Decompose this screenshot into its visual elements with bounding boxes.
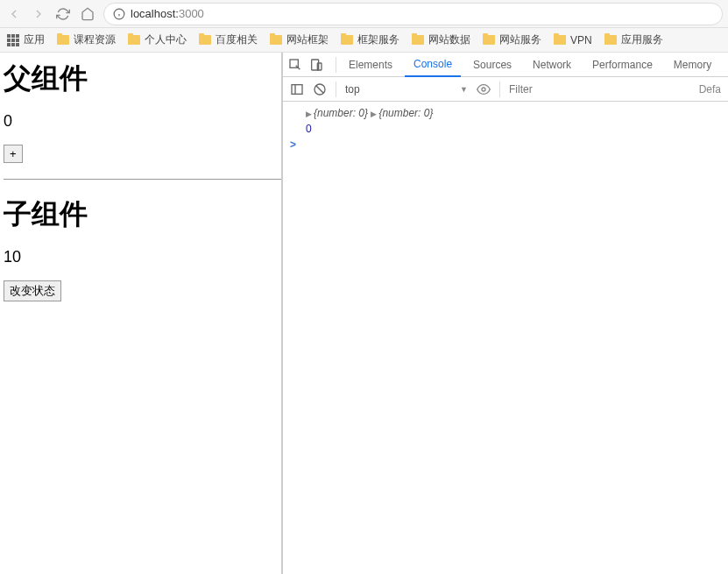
bookmark-item[interactable]: VPN [554, 34, 592, 46]
tab-sources[interactable]: Sources [464, 53, 520, 76]
child-count: 10 [4, 248, 281, 266]
svg-rect-6 [292, 84, 302, 94]
parent-count: 0 [4, 112, 281, 131]
folder-icon [483, 35, 495, 45]
bookmark-label: 网站框架 [286, 32, 329, 47]
browser-toolbar: localhost:3000 [0, 0, 728, 28]
folder-icon [554, 35, 566, 45]
tab-memory[interactable]: Memory [665, 53, 720, 76]
tab-network[interactable]: Network [524, 53, 580, 76]
bookmark-label: 课程资源 [74, 32, 116, 47]
devtools-panel: Elements Console Sources Network Perform… [283, 53, 728, 574]
home-button[interactable] [79, 5, 96, 23]
console-prompt[interactable]: > [290, 137, 721, 152]
levels-label[interactable]: Defa [699, 83, 721, 96]
bookmark-label: 应用服务 [621, 32, 663, 47]
bookmark-label: 个人中心 [145, 32, 187, 47]
live-expression-icon[interactable] [477, 82, 491, 96]
apps-label: 应用 [24, 32, 45, 47]
devtools-tabs: Elements Console Sources Network Perform… [283, 53, 728, 77]
nav-forward-button [30, 5, 47, 23]
folder-icon [128, 35, 140, 45]
bookmark-label: VPN [570, 34, 592, 46]
reload-button[interactable] [54, 5, 72, 23]
tab-performance[interactable]: Performance [583, 53, 661, 76]
bookmark-label: 网站服务 [499, 32, 541, 47]
bookmark-label: 框架服务 [357, 32, 399, 47]
filter-input[interactable] [509, 83, 690, 96]
apps-button[interactable]: 应用 [7, 32, 45, 47]
svg-line-9 [316, 86, 323, 93]
bookmark-item[interactable]: 应用服务 [604, 32, 663, 47]
device-toggle-icon[interactable] [309, 58, 323, 72]
change-state-button[interactable]: 改变状态 [4, 280, 61, 301]
bookmarks-bar: 应用 课程资源个人中心百度相关网站框架框架服务网站数据网站服务VPN应用服务 [0, 28, 728, 53]
parent-heading: 父组件 [4, 60, 281, 98]
bookmark-item[interactable]: 网站服务 [483, 32, 541, 47]
url-text: localhost:3000 [131, 7, 204, 20]
console-output: ▶{number: 0} ▶{number: 0} 0 > [283, 102, 728, 574]
clear-console-button[interactable] [313, 82, 327, 96]
folder-icon [604, 35, 617, 45]
bookmark-item[interactable]: 网站框架 [270, 32, 329, 47]
console-line[interactable]: ▶{number: 0} ▶{number: 0} [290, 105, 721, 121]
folder-icon [199, 35, 211, 45]
tab-console[interactable]: Console [405, 53, 461, 77]
bookmark-label: 网站数据 [428, 32, 470, 47]
console-toolbar: top ▼ Defa [283, 77, 728, 102]
tab-elements[interactable]: Elements [340, 53, 401, 76]
divider [4, 179, 281, 180]
nav-back-button [5, 5, 23, 23]
address-bar[interactable]: localhost:3000 [103, 3, 723, 25]
bookmark-label: 百度相关 [216, 32, 258, 47]
folder-icon [270, 35, 282, 45]
inspect-icon[interactable] [288, 58, 302, 72]
console-line[interactable]: 0 [290, 121, 721, 137]
bookmark-item[interactable]: 网站数据 [412, 32, 470, 47]
info-icon [113, 8, 125, 20]
child-heading: 子组件 [4, 195, 281, 234]
increment-button[interactable]: + [4, 145, 23, 163]
bookmark-item[interactable]: 课程资源 [57, 32, 116, 47]
context-selector[interactable]: top ▼ [345, 83, 468, 96]
bookmark-item[interactable]: 框架服务 [341, 32, 399, 47]
bookmark-item[interactable]: 百度相关 [199, 32, 258, 47]
page-viewport: 父组件 0 + 子组件 10 改变状态 [0, 53, 283, 574]
bookmark-item[interactable]: 个人中心 [128, 32, 187, 47]
folder-icon [57, 35, 69, 45]
svg-point-10 [482, 88, 485, 91]
console-sidebar-toggle[interactable] [290, 82, 304, 96]
folder-icon [412, 35, 424, 45]
apps-icon [7, 34, 19, 46]
folder-icon [341, 35, 353, 45]
